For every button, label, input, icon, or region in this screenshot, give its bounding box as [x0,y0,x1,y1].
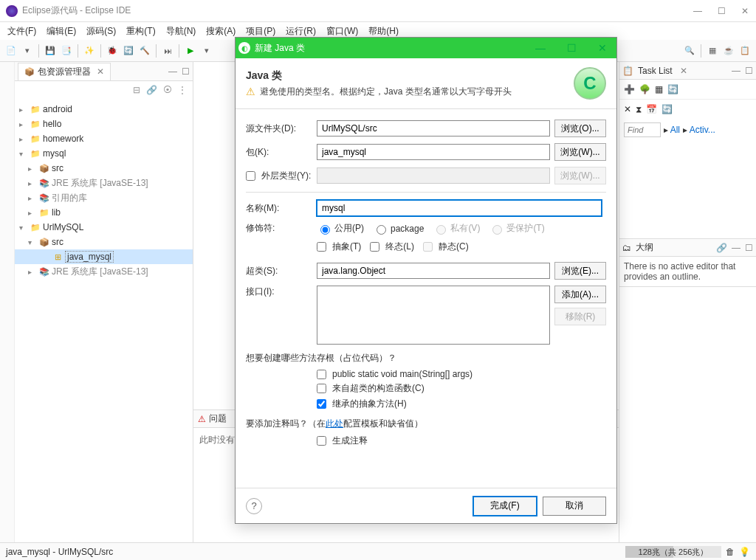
wand-icon[interactable]: ✨ [83,44,96,58]
tree-row[interactable]: ⊞java_mysql [15,249,193,264]
java-perspective-icon[interactable]: ☕ [722,44,735,58]
minimize-button[interactable]: — [693,6,703,16]
dialog-titlebar[interactable]: ◐ 新建 Java 类 — ☐ ✕ [236,38,616,58]
new-task-icon[interactable]: ➕ [624,84,635,94]
menu-item[interactable]: 编辑(E) [42,24,80,39]
menu-item[interactable]: 重构(T) [122,24,159,39]
new-icon[interactable]: 📄 [4,44,18,58]
close-tab-icon[interactable]: ✕ [97,66,104,77]
finish-button[interactable]: 完成(F) [473,497,537,516]
superclass-input[interactable] [317,263,550,279]
tree-row[interactable]: ▾📁mysql [15,146,193,161]
close-tab-icon[interactable]: ✕ [680,66,687,76]
tree-icon[interactable]: 🌳 [639,84,650,94]
dropdown-icon[interactable]: ▾ [21,44,34,58]
stubs-section-label: 想要创建哪些方法存根（占位代码）？ [246,352,606,364]
package-input[interactable] [317,144,550,160]
modifier-static-check: 静态(C) [423,241,469,253]
dialog-minimize-button[interactable]: — [529,42,551,54]
link-icon[interactable]: 🔗 [716,243,727,253]
trash-icon[interactable]: 🗑 [726,547,735,557]
modifier-private-radio: 私有(V) [433,222,480,235]
maximize-icon[interactable]: ☐ [745,243,753,253]
browse-source-button[interactable]: 浏览(O)... [554,120,606,137]
source-folder-input[interactable] [317,120,550,136]
tip-icon[interactable]: 💡 [739,547,750,557]
task-find-input[interactable] [624,122,661,137]
search-icon[interactable]: 🔍 [683,44,696,58]
tree-row[interactable]: ▸📁android [15,102,193,117]
activate-link[interactable]: ▸ Activ... [683,125,715,135]
maximize-icon[interactable]: ☐ [745,66,753,76]
memory-indicator[interactable]: 128兆（共 256兆） [625,546,721,558]
tree-row[interactable]: ▸📁homework [15,131,193,146]
hourglass-icon[interactable]: ⧗ [636,104,642,114]
modifier-abstract-check[interactable]: 抽象(T) [317,241,361,253]
class-name-input[interactable] [317,200,602,216]
dialog-maximize-button[interactable]: ☐ [560,42,583,54]
problems-tab-label[interactable]: 问题 [209,412,227,425]
tree-row[interactable]: ▸📁lib [15,205,193,220]
all-link[interactable]: ▸ All [664,125,680,135]
configure-templates-link[interactable]: 此处 [326,418,343,429]
tree-row[interactable]: ▸📚JRE 系统库 [JavaSE-13] [15,264,193,279]
tree-row[interactable]: ▸📚JRE 系统库 [JavaSE-13] [15,176,193,190]
build-icon[interactable]: 🔨 [138,44,151,58]
add-interface-button[interactable]: 添加(A)... [554,286,606,303]
maximize-view-icon[interactable]: ☐ [182,66,190,77]
stub-super-constructors-check[interactable]: 来自超类的构造函数(C) [317,382,606,395]
modifier-public-radio[interactable]: 公用(P) [317,222,364,235]
interfaces-list[interactable] [317,286,550,345]
tree-row[interactable]: ▾📦src [15,235,193,249]
categorize-icon[interactable]: ▦ [655,84,663,94]
refresh-icon[interactable]: 🔄 [667,84,678,94]
menu-item[interactable]: 导航(N) [162,24,201,39]
enclosing-type-check[interactable] [246,171,255,181]
outline-tab[interactable]: 大纲 [631,240,658,255]
dialog-close-button[interactable]: ✕ [591,42,614,54]
minimize-icon[interactable]: — [732,66,740,76]
task-perspective-icon[interactable]: 📋 [738,44,752,58]
browse-package-button[interactable]: 浏览(W)... [554,143,606,161]
perspective-icon[interactable]: ▦ [706,44,719,58]
refresh-icon[interactable]: 🔄 [122,44,135,58]
browse-superclass-button[interactable]: 浏览(E)... [554,262,606,280]
focus-icon[interactable]: ⦿ [163,85,172,95]
tree-row[interactable]: ▸📁hello [15,117,193,131]
menu-item[interactable]: 文件(F) [3,24,41,39]
help-icon[interactable]: ? [246,498,262,514]
project-explorer-view: 📦 包资源管理器 ✕ — ☐ ⊟ 🔗 ⦿ ⋮ ▸📁android▸📁hello▸… [15,62,193,542]
generate-comments-check[interactable]: 生成注释 [317,435,606,447]
dropdown-icon[interactable]: ▾ [200,44,213,58]
close-button[interactable]: ✕ [740,6,750,16]
calendar-icon[interactable]: 📅 [646,104,657,114]
stub-main-check[interactable]: public static void main(String[] args) [317,369,606,379]
tree-row[interactable]: ▾📁UrlMySQL [15,220,193,235]
browse-enclosing-button: 浏览(W)... [554,167,606,184]
cancel-button[interactable]: 取消 [543,497,606,516]
view-menu-icon[interactable]: ⋮ [178,85,187,95]
window-title: Eclipse源代码 - Eclipse IDE [22,4,693,17]
collapse-all-icon[interactable]: ⊟ [133,85,140,95]
sync-icon[interactable]: 🔄 [662,104,673,114]
save-all-icon[interactable]: 📑 [60,44,73,58]
minimize-icon[interactable]: — [732,243,740,253]
menu-item[interactable]: 源码(S) [82,24,120,39]
modifier-final-check[interactable]: 终态(L) [370,241,414,253]
task-list-tab[interactable]: Task List [633,64,677,77]
skip-icon[interactable]: ⏭ [161,44,174,58]
project-tree[interactable]: ▸📁android▸📁hello▸📁homework▾📁mysql▸📦src▸📚… [15,99,193,542]
debug-icon[interactable]: 🐞 [106,44,119,58]
modifier-package-radio[interactable]: package [373,223,424,235]
minimize-view-icon[interactable]: — [168,66,177,77]
tree-row[interactable]: ▸📚引用的库 [15,190,193,205]
filter-icon[interactable]: ✕ [624,104,631,114]
save-icon[interactable]: 💾 [44,44,57,58]
tree-row[interactable]: ▸📦src [15,161,193,176]
remove-interface-button: 移除(R) [554,308,606,325]
project-explorer-tab[interactable]: 📦 包资源管理器 ✕ [18,63,111,80]
link-editor-icon[interactable]: 🔗 [146,85,157,95]
stub-inherited-abstract-check[interactable]: 继承的抽象方法(H) [317,398,606,410]
run-icon[interactable]: ▶ [184,44,197,58]
maximize-button[interactable]: ☐ [716,6,726,16]
